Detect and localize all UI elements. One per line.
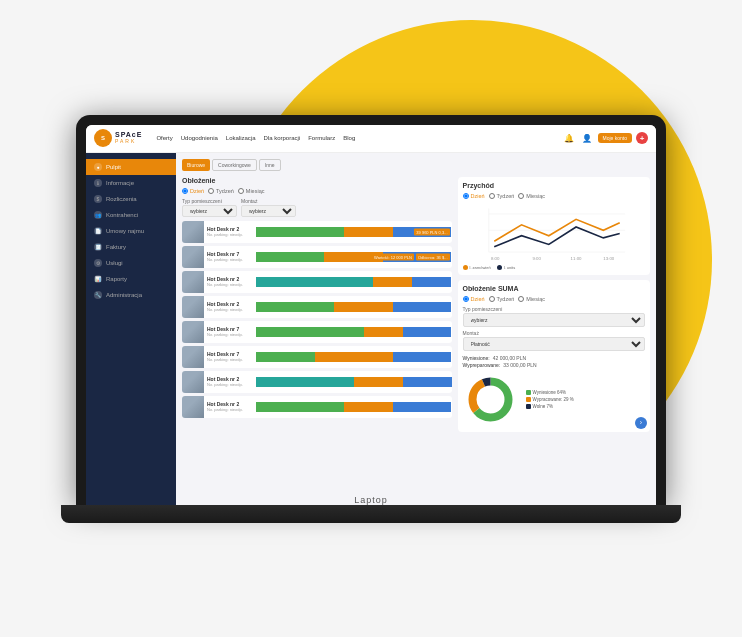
scroll-button[interactable]: › [635, 417, 647, 429]
desk-sub: No. parking: nieodp. [207, 232, 253, 237]
filter-typ: Typ pomieszczeni wybierz Hot Desk Biuro [182, 198, 237, 217]
bar-segment [403, 377, 452, 387]
laptop-base: Laptop [61, 505, 681, 523]
nav-korporcje[interactable]: Dla korporacji [264, 135, 301, 141]
raporty-icon: 📊 [94, 275, 102, 283]
desk-bar [256, 377, 452, 387]
desk-tags: 39 960 PLN 0,3... [414, 228, 449, 235]
sidebar-item-informacje[interactable]: ℹ Informacje [86, 175, 176, 191]
tab-tydzien-przychod[interactable]: Tydzeń [489, 193, 515, 199]
desk-info: Hot Desk nr 7No. parking: nieodp. [204, 250, 256, 263]
svg-text:13:00: 13:00 [603, 255, 614, 260]
top-nav: S SPAcE PARK Oferty Udogodnienia Lokaliz… [86, 125, 656, 153]
desk-sub: No. parking: nieodp. [207, 382, 253, 387]
tab-miesiac-left[interactable]: Miesiąc [238, 188, 265, 194]
suma-filter-montaz-select[interactable]: Płatność tak nie [463, 337, 646, 351]
donut-legend-green: Wyniesione 64% [526, 390, 574, 395]
suma-filter-montaz-label: Montaż [463, 330, 646, 336]
bar-segment [393, 402, 452, 412]
laptop-bezel: S SPAcE PARK Oferty Udogodnienia Lokaliz… [76, 115, 666, 505]
bar-segment [412, 277, 451, 287]
bar-segment [256, 377, 354, 387]
desk-sub: No. parking: nieodp. [207, 357, 253, 362]
suma-filter-typ-select[interactable]: wybierz Hot Desk Biuro [463, 313, 646, 327]
nav-blog[interactable]: Blog [343, 135, 355, 141]
period-tabs-left: Dzień Tydzeń Miesiąc [182, 188, 452, 194]
desk-info: Hot Desk nr 2No. parking: nieodp. [204, 300, 256, 313]
przychod-title: Przychód [463, 182, 646, 189]
bar-segment [256, 352, 315, 362]
moje-konto-button[interactable]: Moje konto [598, 133, 632, 143]
przychod-chart: 8:00 9:00 11:00 13:00 [463, 203, 646, 263]
desk-bar-area [256, 271, 452, 293]
desk-info: Hot Desk nr 7No. parking: nieodp. [204, 350, 256, 363]
content-columns: Obłożenie Dzień [182, 177, 650, 432]
sidebar-item-raporty[interactable]: 📊 Raporty [86, 271, 176, 287]
desk-item: Hot Desk nr 2No. parking: nieodp. [182, 271, 452, 293]
sidebar-item-uslugi[interactable]: ⚙ Usługi [86, 255, 176, 271]
tab-dzien-suma[interactable]: Dzień [463, 296, 485, 302]
desk-sub: No. parking: nieodp. [207, 407, 253, 412]
sidebar-item-admin[interactable]: 🔧 Administracja [86, 287, 176, 303]
bar-segment [393, 352, 452, 362]
filter-typ-label: Typ pomieszczeni [182, 198, 237, 204]
tab-dzien-left[interactable]: Dzień [182, 188, 204, 194]
desk-image [182, 246, 204, 268]
plus-icon[interactable]: + [636, 132, 648, 144]
desk-bar-area [256, 346, 452, 368]
filter-montaz-select[interactable]: wybierz tak nie [241, 205, 296, 217]
suma-val-2: Wypreparowane: 33 000,00 PLN [463, 362, 646, 368]
bc-coworkingowe[interactable]: Coworkingowe [212, 159, 257, 171]
suma-filter-montaz: Montaż Płatność tak nie [463, 330, 646, 351]
tab-dzien-przychod[interactable]: Dzień [463, 193, 485, 199]
nav-udogodnienia[interactable]: Udogodnienia [181, 135, 218, 141]
svg-text:9:00: 9:00 [532, 255, 541, 260]
desk-image [182, 321, 204, 343]
bar-segment [373, 277, 412, 287]
desk-image [182, 396, 204, 418]
desk-image [182, 296, 204, 318]
donut-legend: Wyniesione 64% Wypracowane: 29 % [526, 390, 574, 409]
tab-tydzien-suma[interactable]: Tydzeń [489, 296, 515, 302]
bar-segment [344, 402, 393, 412]
bc-inne[interactable]: Inne [259, 159, 281, 171]
desk-tags: Wartość: 12 000 PLNOdbiorca: 36 $... [372, 253, 449, 260]
main-content: Biurowe Coworkingowe Inne Obłożenie [176, 153, 656, 505]
suma-values: Wyniesione: 42 000,00 PLN Wypreparowane:… [463, 355, 646, 368]
nav-right: 🔔 👤 Moje konto + [562, 131, 648, 145]
desk-bar-area [256, 396, 452, 418]
logo-park-text: PARK [115, 139, 142, 145]
nav-formularz[interactable]: Formularz [308, 135, 335, 141]
nav-oferty[interactable]: Oferty [156, 135, 172, 141]
desk-bar-area [256, 371, 452, 393]
tab-miesiac-przychod[interactable]: Miesiąc [518, 193, 545, 199]
sidebar-item-rozliczenia[interactable]: $ Rozliczenia [86, 191, 176, 207]
sidebar-item-pulpit[interactable]: ● Pulpit [86, 159, 176, 175]
tab-miesiac-suma[interactable]: Miesiąc [518, 296, 545, 302]
faktury-icon: 🧾 [94, 243, 102, 251]
svg-text:11:00: 11:00 [570, 255, 581, 260]
legend-zamowien: l. zamówień [463, 265, 491, 270]
kontrahenci-icon: 👥 [94, 211, 102, 219]
tab-tydzien-left[interactable]: Tydzeń [208, 188, 234, 194]
laptop: S SPAcE PARK Oferty Udogodnienia Lokaliz… [61, 115, 681, 523]
bar-segment [334, 302, 393, 312]
desk-info: Hot Desk nr 7No. parking: nieodp. [204, 325, 256, 338]
desk-tag: Odbiorca: 36 $... [416, 253, 450, 260]
desk-bar [256, 327, 452, 337]
umowy-icon: 📄 [94, 227, 102, 235]
sidebar-item-kontrahenci[interactable]: 👥 Kontrahenci [86, 207, 176, 223]
sidebar-item-umowy[interactable]: 📄 Umowy najmu [86, 223, 176, 239]
filter-montaz-label: Montaż [241, 198, 296, 204]
user-icon[interactable]: 👤 [580, 131, 594, 145]
desk-bar [256, 352, 452, 362]
sidebar-item-faktury[interactable]: 🧾 Faktury [86, 239, 176, 255]
scene: S SPAcE PARK Oferty Udogodnienia Lokaliz… [0, 0, 742, 637]
pulpit-icon: ● [94, 163, 102, 171]
bc-biurowe[interactable]: Biurowe [182, 159, 210, 171]
filter-typ-select[interactable]: wybierz Hot Desk Biuro [182, 205, 237, 217]
nav-lokalizacja[interactable]: Lokalizacja [226, 135, 256, 141]
bell-icon[interactable]: 🔔 [562, 131, 576, 145]
bar-segment [256, 402, 344, 412]
logo: S SPAcE PARK [94, 129, 142, 147]
